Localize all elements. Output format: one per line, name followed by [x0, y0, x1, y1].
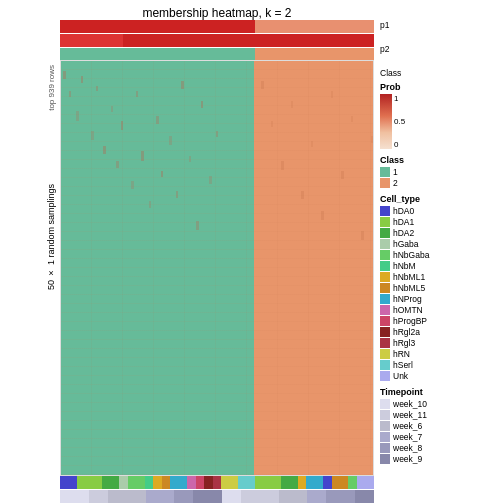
- svg-rect-3: [81, 76, 83, 83]
- ct-hNProg-swatch: [380, 294, 390, 304]
- svg-rect-9: [121, 121, 123, 130]
- ct-hNbM: hNbM: [380, 261, 498, 271]
- ct-hNbM-swatch: [380, 261, 390, 271]
- class-2-item: 2: [380, 178, 498, 188]
- heatmap-main: [60, 60, 374, 476]
- ct-hRgl2a: hRgl2a: [380, 327, 498, 337]
- ct-hDA0-swatch: [380, 206, 390, 216]
- svg-rect-26: [281, 161, 284, 170]
- ct-hNProg-label: hNProg: [393, 294, 422, 304]
- tp-week11: week_11: [380, 410, 498, 420]
- ct-hDA2-label: hDA2: [393, 228, 414, 238]
- cell-type-bar: [60, 476, 374, 489]
- tp-week11-label: week_11: [393, 410, 427, 420]
- prob-max-label: 1: [394, 94, 405, 103]
- tp-week7-label: week_7: [393, 432, 422, 442]
- top-annotation-bars: [60, 20, 374, 60]
- main-area: top 939 rows 50 × 1 random samplings: [0, 20, 504, 504]
- svg-rect-4: [91, 131, 94, 140]
- ct-hNbML5: hNbML5: [380, 283, 498, 293]
- timepoint-bar: [60, 490, 374, 503]
- chart-area: [60, 20, 374, 504]
- ct-Unk-swatch: [380, 371, 390, 381]
- svg-rect-31: [331, 91, 333, 98]
- svg-rect-13: [149, 201, 151, 208]
- svg-rect-30: [321, 211, 324, 220]
- p1-bar: [60, 20, 374, 33]
- svg-rect-12: [141, 151, 144, 161]
- tp-week8-swatch: [380, 443, 390, 453]
- ct-hGaba-label: hGaba: [393, 239, 419, 249]
- prob-gradient-bar: [380, 94, 392, 149]
- class-legend-title: Class: [380, 155, 498, 165]
- cell-type-legend: Cell_type hDA0 hDA1 hDA2: [380, 194, 498, 381]
- class-1-label: 1: [393, 167, 398, 177]
- ct-hSerl: hSerl: [380, 360, 498, 370]
- svg-rect-23: [216, 131, 218, 137]
- tp-week7-swatch: [380, 432, 390, 442]
- cell-type-legend-title: Cell_type: [380, 194, 498, 204]
- p2-bar: [60, 34, 374, 47]
- prob-min-label: 0: [394, 140, 405, 149]
- timepoint-legend: Timepoint week_10 week_11 week_6: [380, 387, 498, 464]
- ct-hNbML5-label: hNbML5: [393, 283, 425, 293]
- ct-hSerl-label: hSerl: [393, 360, 413, 370]
- ct-hSerl-swatch: [380, 360, 390, 370]
- ct-hOMTN-swatch: [380, 305, 390, 315]
- tp-week6-label: week_6: [393, 421, 422, 431]
- svg-rect-35: [371, 136, 373, 143]
- tp-week9: week_9: [380, 454, 498, 464]
- tp-week7: week_7: [380, 432, 498, 442]
- ct-hDA2-swatch: [380, 228, 390, 238]
- prob-mid-label: 0.5: [394, 117, 405, 126]
- svg-rect-34: [361, 231, 364, 240]
- ct-hOMTN: hOMTN: [380, 305, 498, 315]
- ct-hRN: hRN: [380, 349, 498, 359]
- tp-week6: week_6: [380, 421, 498, 431]
- class-bar-label: Class: [380, 68, 498, 78]
- main-container: membership heatmap, k = 2 top 939 rows 5…: [0, 0, 504, 504]
- p1-label: p1: [380, 20, 498, 30]
- ct-hProgBP: hProgBP: [380, 316, 498, 326]
- prob-gradient-labels: 1 0.5 0: [394, 94, 405, 149]
- ct-hNbGaba-label: hNbGaba: [393, 250, 429, 260]
- svg-rect-27: [291, 101, 293, 108]
- p2-label: p2: [380, 44, 498, 54]
- ct-hRgl3: hRgl3: [380, 338, 498, 348]
- ct-hRgl3-swatch: [380, 338, 390, 348]
- tp-week8: week_8: [380, 443, 498, 453]
- chart-title: membership heatmap, k = 2: [0, 0, 504, 20]
- ct-hNbM-label: hNbM: [393, 261, 416, 271]
- ct-hNbML1: hNbML1: [380, 272, 498, 282]
- svg-rect-32: [341, 171, 344, 179]
- tp-week10-swatch: [380, 399, 390, 409]
- ct-hOMTN-label: hOMTN: [393, 305, 423, 315]
- legend-area: p1 p2 Class Prob 1 0.5 0: [374, 20, 504, 504]
- tp-week10: week_10: [380, 399, 498, 409]
- class-1-item: 1: [380, 167, 498, 177]
- svg-rect-19: [189, 156, 191, 162]
- ct-hRgl3-label: hRgl3: [393, 338, 415, 348]
- ct-hNbML1-swatch: [380, 272, 390, 282]
- ct-hProgBP-swatch: [380, 316, 390, 326]
- tp-week9-label: week_9: [393, 454, 422, 464]
- svg-rect-7: [111, 106, 113, 112]
- ct-hRN-label: hRN: [393, 349, 410, 359]
- ct-hNbGaba: hNbGaba: [380, 250, 498, 260]
- ct-hDA0: hDA0: [380, 206, 498, 216]
- prob-legend-title: Prob: [380, 82, 498, 92]
- ct-hGaba: hGaba: [380, 239, 498, 249]
- svg-rect-24: [261, 81, 264, 89]
- tp-week8-label: week_8: [393, 443, 422, 453]
- ct-hRN-swatch: [380, 349, 390, 359]
- ct-hRgl2a-label: hRgl2a: [393, 327, 420, 337]
- ct-hGaba-swatch: [380, 239, 390, 249]
- svg-rect-33: [351, 116, 353, 122]
- class-2-swatch: [380, 178, 390, 188]
- svg-rect-16: [169, 136, 172, 145]
- svg-rect-2: [76, 111, 79, 121]
- svg-rect-22: [209, 176, 212, 184]
- svg-rect-8: [116, 161, 119, 168]
- ct-hNbGaba-swatch: [380, 250, 390, 260]
- ct-hDA0-label: hDA0: [393, 206, 414, 216]
